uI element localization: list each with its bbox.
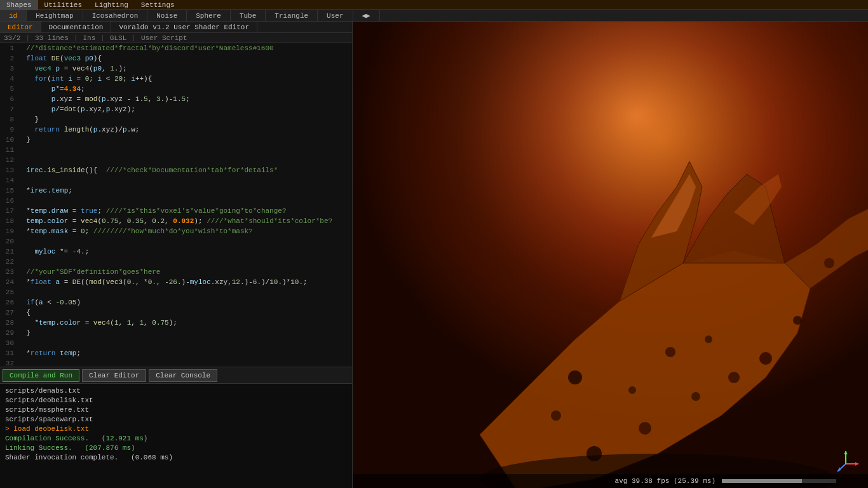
svg-point-17 <box>824 258 834 268</box>
code-editor[interactable]: 1 //*distance*estimated*fractal*by*disco… <box>0 43 352 367</box>
tab-triangle[interactable]: Triangle <box>266 10 318 21</box>
code-line-32: 32 <box>0 360 352 367</box>
console-line-1: scripts/denabs.txt <box>5 386 347 396</box>
clear-console-button[interactable]: Clear Console <box>149 369 217 382</box>
code-line-2: 2 float DE(vec3 p0){ <box>0 55 352 65</box>
svg-marker-30 <box>855 462 858 466</box>
console-line-7: Linking Success. (207.876 ms) <box>5 444 347 453</box>
editor-tab-bar: Editor Documentation Voraldo v1.2 User S… <box>0 22 352 33</box>
code-line-7: 7 p/=dot(p.xyz,p.xyz); <box>0 105 352 116</box>
svg-marker-32 <box>837 467 841 471</box>
svg-marker-31 <box>844 451 848 454</box>
code-line-8: 8 } <box>0 116 352 126</box>
code-line-4: 4 for(int i = 0; i < 20; i++){ <box>0 75 352 85</box>
tab-heightmap[interactable]: Heightmap <box>27 10 83 21</box>
code-line-11: 11 <box>0 146 352 156</box>
language: GLSL <box>110 34 126 42</box>
code-line-29: 29 } <box>0 329 352 339</box>
line-count: 33 lines <box>35 34 69 42</box>
console-line-6: Compilation Success. (12.921 ms) <box>5 434 347 444</box>
code-line-27: 27 { <box>0 309 352 319</box>
fps-graph <box>722 479 836 483</box>
tab-editor[interactable]: Editor <box>0 22 41 32</box>
code-line-20: 20 <box>0 238 352 248</box>
menu-lighting[interactable]: Lighting <box>88 0 135 10</box>
xyz-axes-svg <box>836 451 858 473</box>
editor-status-bar: 33/2 | 33 lines | Ins | GLSL | User Scri… <box>0 33 352 43</box>
svg-point-11 <box>628 386 636 394</box>
main-layout: Editor Documentation Voraldo v1.2 User S… <box>0 22 868 488</box>
cursor-position: 33/2 <box>4 34 20 42</box>
fps-status-bar: avg 39.38 fps (25.39 ms) <box>353 474 868 488</box>
tab-icosahedron[interactable]: Icosahedron <box>83 10 148 21</box>
console-line-9: Shader invocation complete. (0.068 ms) <box>5 453 347 463</box>
code-line-14: 14 <box>0 177 352 187</box>
code-line-21: 21 myloc *= -4.; <box>0 248 352 258</box>
code-line-22: 22 <box>0 258 352 268</box>
editor-toolbar: Compile and Run Clear Editor Clear Conso… <box>0 367 352 383</box>
svg-point-9 <box>691 392 700 401</box>
tab-user[interactable]: User <box>318 10 353 21</box>
code-line-5: 5 p*=4.34; <box>0 85 352 95</box>
svg-point-12 <box>568 370 582 384</box>
console-line-3: scripts/mssphere.txt <box>5 405 347 415</box>
svg-point-14 <box>705 336 712 343</box>
console-output[interactable]: scripts/denabs.txt scripts/deobelisk.txt… <box>0 383 352 488</box>
insert-mode: Ins <box>83 34 95 42</box>
code-line-13: 13 irec.is_inside(){ ////*check*Document… <box>0 166 352 177</box>
tab-noise[interactable]: Noise <box>147 10 187 21</box>
code-line-1: 1 //*distance*estimated*fractal*by*disco… <box>0 44 352 55</box>
code-line-6: 6 p.xyz = mod(p.xyz - 1.5, 3.)-1.5; <box>0 95 352 105</box>
console-line-2: scripts/deobelisk.txt <box>5 396 347 405</box>
render-background <box>353 22 868 488</box>
tab-tube[interactable]: Tube <box>231 10 266 21</box>
code-line-30: 30 <box>0 339 352 349</box>
script-type: User Script <box>141 34 187 42</box>
viewport-panel[interactable]: avg 39.38 fps (25.39 ms) <box>353 22 868 488</box>
code-line-23: 23 //*your*SDF*definition*goes*here <box>0 268 352 278</box>
svg-point-13 <box>665 347 675 357</box>
axis-indicator <box>836 451 855 470</box>
code-line-9: 9 return length(p.xyz)/p.w; <box>0 126 352 136</box>
svg-point-8 <box>639 422 651 435</box>
menu-settings[interactable]: Settings <box>135 0 181 10</box>
top-menu-bar: Shapes Utilities Lighting Settings <box>0 0 868 10</box>
code-line-28: 28 *temp.color = vec4(1, 1, 1, 0.75); <box>0 319 352 329</box>
code-line-18: 18 temp.color = vec4(0.75, 0.35, 0.2, 0.… <box>0 217 352 227</box>
shader-tab-bar: id Heightmap Icosahedron Noise Sphere Tu… <box>0 10 868 22</box>
tab-id[interactable]: id <box>0 10 27 21</box>
console-line-5: > load deobelisk.txt <box>5 424 347 434</box>
code-line-17: 17 *temp.draw = true; ////*is*this*voxel… <box>0 207 352 217</box>
code-line-10: 10 } <box>0 136 352 146</box>
svg-point-6 <box>551 410 561 421</box>
editor-panel: Editor Documentation Voraldo v1.2 User S… <box>0 22 353 488</box>
svg-point-16 <box>793 316 802 325</box>
code-line-19: 19 *temp.mask = 0; ////////*how*much*do*… <box>0 227 352 238</box>
fps-bar-fill <box>722 479 802 483</box>
compile-run-button[interactable]: Compile and Run <box>3 369 79 382</box>
tab-voraldo-shader[interactable]: Voraldo v1.2 User Shader Editor <box>111 22 257 32</box>
code-line-12: 12 <box>0 156 352 166</box>
tab-documentation[interactable]: Documentation <box>41 22 112 32</box>
code-line-24: 24 *float a = DE((mod(vec3(0., *0., -26.… <box>0 278 352 288</box>
clear-editor-button[interactable]: Clear Editor <box>82 369 146 382</box>
code-line-31: 31 *return temp; <box>0 349 352 360</box>
fps-counter: avg 39.38 fps (25.39 ms) <box>615 477 715 485</box>
code-line-15: 15 *irec.temp; <box>0 187 352 197</box>
code-line-26: 26 if(a < -0.05) <box>0 299 352 309</box>
code-line-3: 3 vec4 p = vec4(p0, 1.); <box>0 65 352 75</box>
svg-point-10 <box>728 372 740 383</box>
code-line-25: 25 <box>0 288 352 299</box>
menu-utilities[interactable]: Utilities <box>38 0 88 10</box>
tab-sphere[interactable]: Sphere <box>187 10 231 21</box>
svg-point-15 <box>759 352 772 365</box>
tab-nav-arrows[interactable]: ◀▶ <box>353 10 380 21</box>
console-line-4: scripts/spacewarp.txt <box>5 415 347 424</box>
menu-shapes[interactable]: Shapes <box>0 0 38 10</box>
fractal-render <box>353 22 868 488</box>
code-line-16: 16 <box>0 197 352 207</box>
